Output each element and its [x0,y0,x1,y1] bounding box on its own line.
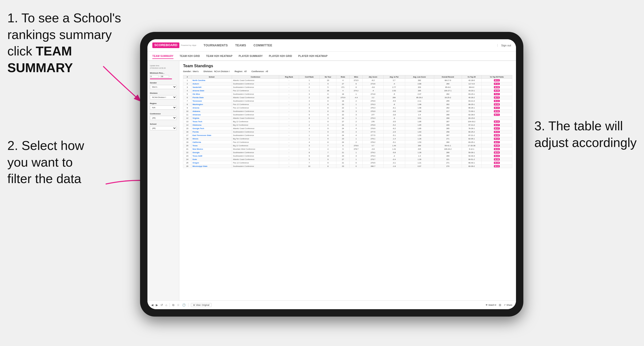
data-cell: 4 [336,89,350,93]
conference-select[interactable]: (All) [150,116,177,120]
col-vs-top25: Vs Top 25 [462,75,481,79]
data-cell: 19 [183,141,192,144]
logo-text: SCOREBOARD [154,43,178,47]
data-cell: 4 [336,79,350,82]
data-cell: 1.85 [405,120,434,123]
subnav-player-h2h-heatmap[interactable]: PLAYER H2H HEATMAP [298,54,328,58]
filter-region: Region: All [235,70,247,73]
data-cell: 3 [350,113,363,117]
data-cell: -5.2 [383,123,405,127]
min-row-to-input[interactable] [160,75,169,78]
conference-cell: Southeastern Conference [232,154,279,158]
watch-btn[interactable]: 👁 Watch ▾ [486,304,496,306]
data-cell: 1 [350,106,363,110]
data-cell: 255 [434,99,462,103]
share-btn[interactable]: ↗ Share [504,304,512,306]
subnav-player-h2h-grid[interactable]: PLAYER H2H GRID [269,54,292,58]
data-cell: 9-12-1 [462,148,481,151]
gender-select[interactable]: Men's Women's [150,85,177,89]
data-cell: 260 [434,141,462,144]
data-cell: 1 [350,151,363,154]
nav-committee[interactable]: COMMITTEE [254,43,272,48]
data-cell: 23 [336,137,350,141]
toolbar-clock[interactable]: 🕐 [182,303,186,307]
toolbar-grid[interactable]: ⊞ [499,303,501,307]
data-cell: - [279,165,299,168]
gender-label: Gender [150,82,177,84]
data-cell: 22 [336,106,350,110]
sidebar: Update time: 27/03/2024 16:56:26 Minimum… [148,61,179,300]
subnav-player-summary[interactable]: PLAYER SUMMARY [238,54,263,58]
conference-cell: Southeastern Conference [232,165,279,168]
data-cell: 24 [336,117,350,120]
data-cell: 279.5 [363,161,383,165]
toolbar-refresh[interactable]: ↺ [160,303,163,307]
data-cell: 4 [350,130,363,134]
toolbar-forward[interactable]: ▶ [156,303,158,307]
table-row: 19CaliforniaPac-12 Conference-48242278.2… [183,141,512,144]
data-cell: 1 [299,137,320,141]
data-cell: 23 [336,165,350,168]
conference-cell: Pac-12 Conference [232,89,279,93]
update-label: Update time: [150,65,160,66]
subnav-team-h2h-heatmap[interactable]: TEAM H2H HEATMAP [206,54,232,58]
data-cell: - [279,103,299,106]
points-cell: 88.38 [481,161,512,165]
points-cell: 88.27 [481,141,512,144]
school-select[interactable]: (All) [150,126,177,130]
conference-section: Conference (All) [150,113,177,120]
data-cell: 59-41-1 [434,144,462,148]
data-cell: 66-40-1 [462,161,481,165]
range-row [150,75,177,78]
division-select[interactable]: NCAA Division I NCAA Division II NCAA Di… [150,95,177,99]
data-cell: 21 [336,161,350,165]
table-row: 4Arizona StatePac-12 Conference-1264274.… [183,89,512,93]
data-cell: 2.7 [383,79,405,82]
data-cell: 17 [183,134,192,137]
toolbar-bookmark[interactable]: ☆ [177,303,180,307]
data-cell: 5 [299,113,320,117]
data-cell: 8 [336,144,350,148]
toolbar-sep-2 [188,303,188,307]
min-row-from-input[interactable] [150,75,158,78]
toolbar-copy[interactable]: ⧉ [172,303,174,307]
data-cell: 6 [320,93,336,96]
data-cell: 1.98 [405,106,434,110]
school-cell: East Tennessee State [192,134,232,137]
subnav-team-summary[interactable]: TEAM SUMMARY [152,54,174,59]
data-cell: 3 [299,106,320,110]
data-cell: 1.41 [383,148,405,151]
data-cell: 16 [183,130,192,134]
data-cell: 1.86 [405,110,434,113]
toolbar-home[interactable]: ⌂ [165,303,167,307]
data-cell: 82-05-1 [462,137,481,141]
data-cell: 1 [350,158,363,161]
subnav-team-h2h-grid[interactable]: TEAM H2H GRID [180,54,200,58]
data-cell: -5.1 [383,134,405,137]
data-cell: 90-51-2 [462,158,481,161]
nav-teams[interactable]: TEAMS [235,43,246,48]
data-cell: - [279,158,299,161]
data-cell: 10 [320,154,336,158]
data-cell: 10 [320,96,336,99]
data-cell: -3.8 [363,86,383,89]
region-select[interactable]: N/A All Northeast Southeast Midwest West [150,106,177,110]
toolbar-back[interactable]: ◀ [151,303,153,307]
nav-tournaments[interactable]: TOURNAMENTS [204,43,228,48]
conference-cell: Atlantic Coast Conference [232,96,279,99]
table-row: 15Georgia TechAtlantic Coast Conference-… [183,127,512,130]
points-cell: 87.21 [481,82,512,86]
sign-out[interactable]: Sign out [497,44,511,47]
min-row-slider[interactable] [150,79,172,79]
conference-cell: Big 12 Conference [232,120,279,123]
col-vs-top50-points: Vs Top 50 Points [481,75,512,79]
conference-label: Conference [150,113,177,115]
data-cell: 262 [434,93,462,96]
filter-gender: Gender: Men's [183,70,198,73]
view-original-btn[interactable]: ⊕ View: Original [191,303,212,307]
school-cell: Tennessee [192,99,232,103]
data-cell: 209 [434,123,462,127]
data-cell: 5 [299,110,320,113]
update-time: Update time: 27/03/2024 16:56:26 [150,65,177,69]
data-cell: 9 [183,106,192,110]
